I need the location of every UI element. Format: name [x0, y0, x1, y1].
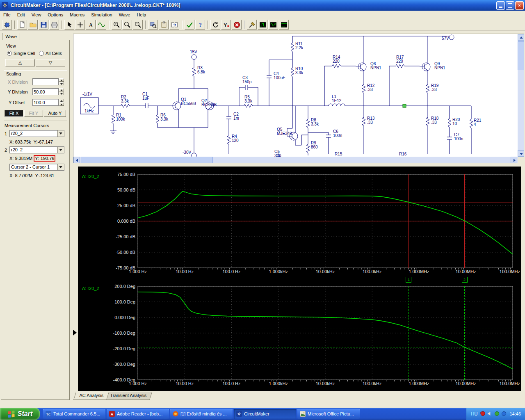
component-R16[interactable]: R16	[399, 152, 407, 156]
volume-icon[interactable]	[487, 411, 493, 417]
save-file-icon[interactable]	[39, 20, 48, 30]
vscroll-thumb[interactable]	[518, 41, 524, 70]
schematic-vscrollbar[interactable]	[518, 34, 524, 157]
y-offset-input[interactable]	[32, 99, 59, 106]
stop-simulation-icon[interactable]	[232, 20, 242, 30]
cursor-marker-2[interactable]: 2	[462, 277, 468, 283]
cell-up-button[interactable]: △	[5, 59, 35, 66]
tab-ac-analysis[interactable]: AC Analysis	[73, 392, 109, 400]
wire-tool-icon[interactable]	[75, 20, 85, 30]
component-Q2[interactable]: Q2BC556B	[201, 98, 217, 112]
taskbar-task-picture[interactable]: Microsoft Office Pictu...	[297, 409, 360, 419]
board-view-icon[interactable]	[2, 20, 12, 30]
component-C3[interactable]: C3150p	[242, 75, 252, 90]
node-probe-marker[interactable]	[403, 104, 406, 107]
schematic-drawing[interactable]: 1kHz-1/1VR1100kR23.3kC11uF15VR36.8kQ1BC5…	[73, 34, 518, 157]
component-R17[interactable]: R17220	[394, 55, 407, 68]
scroll-left-icon[interactable]	[73, 157, 80, 163]
component-R1[interactable]: R1100k	[112, 113, 126, 126]
menu-edit[interactable]: Edit	[14, 11, 28, 18]
cursor-diff-select[interactable]: Cursor 2 - Cursor 1	[9, 164, 64, 171]
component-R3[interactable]: R36.8k	[192, 66, 205, 79]
menu-file[interactable]: File	[0, 11, 14, 18]
chevron-down-icon[interactable]	[57, 130, 64, 137]
paste-icon[interactable]	[159, 20, 169, 30]
component-R5[interactable]: R53.3k	[242, 95, 255, 107]
component-R15[interactable]: R15	[335, 152, 342, 156]
minimize-button[interactable]	[496, 1, 505, 10]
component-R8[interactable]: R83.3k	[306, 117, 319, 130]
help-icon[interactable]: ?	[195, 20, 205, 30]
close-button[interactable]: ×	[515, 1, 524, 10]
taskbar-task-circuitmaker[interactable]: CircuitMaker	[234, 409, 296, 419]
hscroll-thumb[interactable]	[81, 157, 213, 163]
scope-window-icon[interactable]	[268, 20, 278, 30]
y-division-input[interactable]	[32, 88, 59, 95]
text-tool-icon[interactable]: A	[86, 20, 96, 30]
part-search-icon[interactable]	[148, 20, 158, 30]
zoom-in-icon[interactable]	[112, 20, 121, 30]
network-icon[interactable]	[501, 411, 507, 417]
chevron-down-icon[interactable]	[57, 164, 64, 170]
trace-window-icon[interactable]	[258, 20, 267, 30]
split-view-icon[interactable]	[169, 20, 179, 30]
chevron-down-icon[interactable]	[57, 147, 64, 153]
schematic-hscrollbar[interactable]	[73, 157, 518, 163]
x-division-input[interactable]	[32, 78, 59, 85]
component-Q1[interactable]: Q1BC556B	[170, 97, 196, 112]
probe-tool-icon[interactable]	[247, 20, 257, 30]
open-file-icon[interactable]	[28, 20, 38, 30]
zoom-tool-icon[interactable]	[122, 20, 132, 30]
taskbar-task-totalcmd[interactable]: TCTotal Commander 6.5...	[43, 409, 105, 419]
menu-options[interactable]: Options	[44, 11, 66, 18]
print-icon[interactable]	[49, 20, 59, 30]
component-C5[interactable]: C533p	[274, 149, 281, 157]
clock[interactable]: 14:46	[509, 411, 521, 416]
component-11V[interactable]: 1kHz-1/1V	[80, 92, 98, 114]
menu-wave[interactable]: Wave	[116, 11, 134, 18]
start-button[interactable]: Start	[0, 408, 40, 420]
component-Q9[interactable]: Q9NPN1	[420, 60, 445, 73]
arrow-tool-icon[interactable]	[64, 20, 74, 30]
scroll-up-icon[interactable]	[518, 34, 524, 41]
new-file-icon[interactable]	[17, 20, 27, 30]
language-indicator[interactable]: HU	[471, 411, 478, 416]
cursor1-signal-select[interactable]: r20_2	[9, 130, 64, 137]
menu-simulation[interactable]: Simulation	[88, 11, 115, 18]
component-15V[interactable]: 15V	[190, 50, 197, 59]
component-R10[interactable]: R103.3k	[291, 66, 304, 79]
rules-check-icon[interactable]	[185, 20, 194, 30]
menu-view[interactable]: View	[28, 11, 45, 18]
fit-x-button[interactable]: Fit X	[5, 110, 23, 117]
component-R20[interactable]: R2010	[448, 116, 460, 130]
panel-splitter-arrow[interactable]	[73, 330, 77, 336]
waveform-tool-icon[interactable]	[96, 20, 106, 30]
component-R13[interactable]: R13.33	[362, 115, 375, 128]
security-alert-icon[interactable]	[480, 411, 486, 417]
menu-help[interactable]: Help	[133, 11, 149, 18]
fit-y-button[interactable]: Fit Y	[24, 110, 43, 117]
component-Q6[interactable]: Q6NPN1	[356, 60, 381, 73]
y-division-spinner[interactable]	[59, 88, 64, 95]
cursor2-signal-select[interactable]: r20_2	[9, 146, 64, 153]
component-R14[interactable]: R14220	[330, 55, 343, 68]
reset-simulation-icon[interactable]	[210, 20, 220, 30]
component-C4[interactable]: C4100uF	[267, 71, 285, 80]
messenger-status-icon[interactable]	[494, 411, 500, 417]
component-R11[interactable]: R112.2k	[291, 41, 304, 54]
taskbar-task-adobe[interactable]: AAdobe Reader - [bob...	[107, 409, 169, 419]
component-R9[interactable]: R9860	[306, 141, 318, 155]
radio-all-cells[interactable]: All Cells	[39, 51, 62, 56]
component-30V[interactable]: -30V	[183, 150, 196, 157]
cell-down-button[interactable]: ▽	[36, 59, 65, 66]
component-R21[interactable]: R214	[470, 117, 482, 130]
component-R2[interactable]: R23.3k	[119, 95, 132, 107]
component-R12[interactable]: R12.33	[362, 82, 375, 96]
cursor-marker-1[interactable]: 1	[406, 277, 411, 283]
y-offset-spinner[interactable]	[59, 99, 64, 106]
component-R19[interactable]: R19.33	[426, 82, 439, 96]
step-simulation-icon[interactable]: Y	[221, 20, 231, 30]
component-R4[interactable]: R4120	[227, 134, 239, 147]
auto-y-button[interactable]: Auto Y	[44, 110, 66, 117]
component-R6[interactable]: R63.3k	[156, 113, 169, 126]
